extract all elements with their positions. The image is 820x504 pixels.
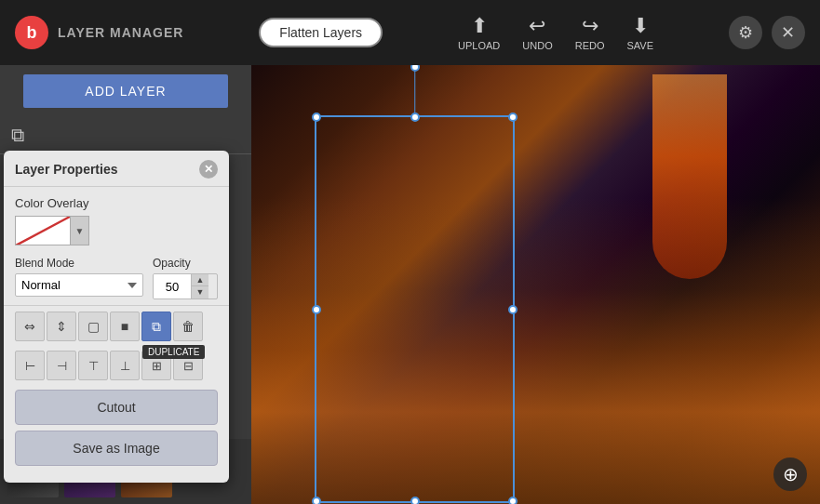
gear-icon: ⚙ — [738, 22, 753, 43]
top-actions: ⬆ UPLOAD ↩ UNDO ↪ REDO ⬇ SAVE — [458, 14, 653, 51]
opacity-spinners: ▲ ▼ — [191, 274, 208, 298]
color-overlay-label: Color Overlay — [15, 196, 218, 210]
opacity-input[interactable] — [154, 274, 191, 298]
delete-button[interactable]: 🗑 — [173, 312, 203, 341]
align-right-icon: ⊤ — [88, 359, 99, 373]
layer-properties-panel: Layer Properties ✕ Color Overlay ▼ Blend… — [4, 151, 229, 483]
fill-icon: ■ — [121, 319, 128, 334]
save-icon: ⬇ — [632, 14, 649, 38]
align-left-icon: ⊢ — [25, 359, 35, 373]
logo-title: b LAYER MANAGER — [15, 16, 183, 49]
close-app-button[interactable]: ✕ — [772, 16, 805, 49]
border-icon: ▢ — [87, 319, 100, 334]
undo-icon: ↩ — [529, 14, 545, 38]
redo-icon: ↪ — [582, 14, 598, 38]
color-swatch[interactable] — [15, 216, 71, 245]
top-center: Flatten Layers — [259, 18, 383, 47]
settings-button[interactable]: ⚙ — [729, 16, 762, 49]
opacity-label: Opacity — [153, 257, 218, 270]
add-layer-button[interactable]: ADD LAYER — [23, 74, 228, 108]
opacity-up-button[interactable]: ▲ — [192, 274, 208, 286]
align-center-v-icon: ⊞ — [152, 359, 162, 373]
flip-horizontal-icon: ⇔ — [24, 319, 35, 334]
save-button[interactable]: ⬇ SAVE — [626, 14, 653, 51]
align-right-button[interactable]: ⊤ — [78, 351, 108, 380]
align-left-button[interactable]: ⊢ — [15, 351, 45, 380]
color-overlay-section: Color Overlay ▼ — [4, 187, 229, 251]
panel-close-button[interactable]: ✕ — [199, 160, 218, 179]
panel-header: Layer Properties ✕ — [4, 151, 229, 187]
tool-row-1: ⇔ ⇕ ▢ ■ ⧉ DUPLICATE 🗑 — [4, 305, 229, 347]
opacity-input-row: ▲ ▼ — [153, 273, 218, 299]
canvas-area: ⊕ — [251, 65, 820, 504]
top-bar: b LAYER MANAGER Flatten Layers ⬆ UPLOAD … — [0, 0, 820, 65]
blend-mode-group: Blend Mode Normal Multiply Screen Overla… — [15, 257, 143, 299]
align-center-h-button[interactable]: ⊣ — [47, 351, 76, 380]
opacity-group: Opacity ▲ ▼ — [153, 257, 218, 299]
svg-line-0 — [16, 217, 70, 245]
align-top-button[interactable]: ⊥ — [110, 351, 140, 380]
align-top-icon: ⊥ — [120, 359, 130, 373]
cutout-button[interactable]: Cutout — [15, 390, 218, 425]
color-swatch-container: ▼ — [15, 216, 218, 245]
close-icon: ✕ — [781, 22, 795, 43]
border-button[interactable]: ▢ — [78, 312, 108, 341]
app-title: LAYER MANAGER — [58, 25, 183, 40]
align-bottom-icon: ⊟ — [183, 359, 194, 373]
flip-vertical-icon: ⇕ — [56, 319, 67, 334]
upload-button[interactable]: ⬆ UPLOAD — [458, 14, 500, 51]
blend-opacity-row: Blend Mode Normal Multiply Screen Overla… — [4, 251, 229, 305]
left-sidebar: ADD LAYER ⧉ Layer Properties ✕ Color Ove… — [0, 65, 251, 504]
zoom-icon: ⊕ — [783, 463, 799, 485]
align-center-h-icon: ⊣ — [57, 359, 67, 373]
blend-mode-select[interactable]: Normal Multiply Screen Overlay Darken Li… — [15, 273, 143, 297]
top-right: ⚙ ✕ — [729, 16, 805, 49]
duplicate-icon: ⧉ — [152, 319, 161, 335]
undo-button[interactable]: ↩ UNDO — [522, 14, 552, 51]
delete-icon: 🗑 — [181, 319, 195, 334]
flatten-layers-button[interactable]: Flatten Layers — [259, 18, 383, 47]
opacity-down-button[interactable]: ▼ — [192, 286, 208, 298]
upload-icon: ⬆ — [471, 14, 488, 38]
redo-button[interactable]: ↪ REDO — [575, 14, 605, 51]
flip-vertical-button[interactable]: ⇕ — [47, 312, 76, 341]
mountains-layer — [251, 197, 820, 504]
fill-button[interactable]: ■ — [110, 312, 140, 341]
color-swatch-dropdown[interactable]: ▼ — [71, 216, 89, 245]
flip-horizontal-button[interactable]: ⇔ — [15, 312, 45, 341]
duplicate-button[interactable]: ⧉ DUPLICATE — [141, 312, 171, 341]
zoom-button[interactable]: ⊕ — [773, 458, 807, 491]
blend-mode-label: Blend Mode — [15, 257, 143, 270]
layers-icon-row: ⧉ — [0, 117, 251, 154]
save-as-image-button[interactable]: Save as Image — [15, 431, 218, 466]
layers-icon: ⧉ — [11, 125, 24, 146]
panel-title: Layer Properties — [15, 162, 118, 177]
duplicate-tooltip-label: DUPLICATE — [142, 345, 205, 359]
app-logo: b — [15, 16, 48, 49]
rainbow-element — [652, 74, 727, 279]
